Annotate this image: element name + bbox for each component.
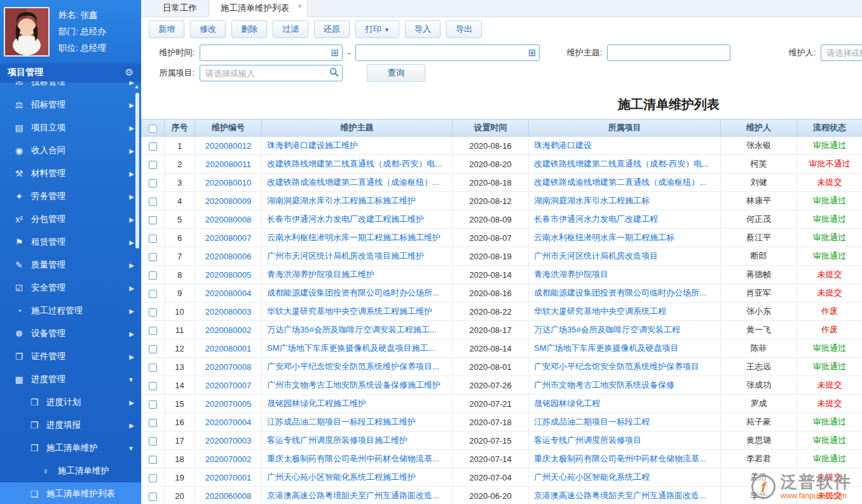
project-link[interactable]: 改建铁路成渝线增建第二直通线（成渝枢纽）... bbox=[534, 177, 706, 187]
subject-link[interactable]: 成都能源建设集团投资有限公司临时办公场所... bbox=[267, 288, 439, 297]
project-link[interactable]: 云南水利枢纽潜明水库一期工程施工标 bbox=[534, 233, 674, 242]
sidebar-item-11[interactable]: ☸设备管理▶ bbox=[0, 322, 141, 345]
row-checkbox[interactable] bbox=[149, 456, 157, 464]
maintenance-time-start-input[interactable] bbox=[200, 44, 343, 61]
code-link[interactable]: 2020070001 bbox=[205, 473, 251, 482]
code-link[interactable]: 2020080003 bbox=[205, 307, 251, 317]
subject-link[interactable]: 晟铭园林绿化工程施工维护 bbox=[267, 398, 366, 408]
row-checkbox[interactable] bbox=[149, 327, 157, 335]
column-header[interactable]: 维护人 bbox=[721, 119, 797, 137]
project-link[interactable]: 晟铭园林绿化工程 bbox=[534, 398, 600, 408]
row-checkbox[interactable] bbox=[149, 437, 157, 446]
subject-link[interactable]: 云南水利枢纽潜明水库一期工程施工标施工维护 bbox=[267, 233, 441, 242]
code-link[interactable]: 2020070005 bbox=[205, 399, 251, 409]
sidebar-item-15[interactable]: ❒进度填报▶ bbox=[0, 414, 141, 437]
subject-link[interactable]: 广安邓小平纪念馆安全防范系统维护保养项目... bbox=[267, 362, 439, 371]
row-checkbox[interactable] bbox=[149, 235, 157, 243]
toolbar-button-打印[interactable]: 打印▼ bbox=[355, 20, 399, 38]
toolbar-button-导入[interactable]: 导入 bbox=[405, 20, 441, 38]
project-link[interactable]: 广安邓小平纪念馆安全防范系统维护保养项目 bbox=[534, 362, 699, 371]
subject-link[interactable]: 京港澳高速公路粤境韶关至广州互通路面改造... bbox=[267, 491, 439, 500]
project-link[interactable]: 长春市伊通河水力发电厂改建工程 bbox=[534, 214, 658, 224]
row-checkbox[interactable] bbox=[149, 345, 157, 353]
subject-link[interactable]: 广州市文物考古工地安防系统设备保修施工维护 bbox=[267, 380, 441, 390]
row-checkbox[interactable] bbox=[149, 271, 157, 280]
code-link[interactable]: 2020080011 bbox=[205, 160, 250, 169]
toolbar-button-导出[interactable]: 导出 bbox=[446, 20, 482, 38]
code-link[interactable]: 2020070004 bbox=[205, 418, 251, 427]
row-checkbox[interactable] bbox=[149, 290, 157, 298]
code-link[interactable]: 2020080010 bbox=[205, 178, 251, 187]
column-header[interactable]: 维护主题 bbox=[262, 119, 453, 137]
column-header[interactable]: 流程状态 bbox=[797, 119, 862, 137]
query-button[interactable]: 查询 bbox=[367, 64, 425, 82]
code-link[interactable]: 2020080004 bbox=[205, 289, 251, 298]
code-link[interactable]: 2020070002 bbox=[205, 454, 251, 464]
sidebar-item-7[interactable]: ⚑租赁管理▶ bbox=[0, 231, 141, 254]
code-link[interactable]: 2020080002 bbox=[205, 325, 251, 335]
sidebar-item-2[interactable]: ▤项目立项▶ bbox=[0, 116, 141, 139]
code-link[interactable]: 2020070003 bbox=[205, 436, 251, 446]
search-icon[interactable] bbox=[329, 67, 339, 79]
column-header[interactable]: 维护编号 bbox=[195, 119, 262, 137]
sidebar-scrollbar[interactable] bbox=[135, 93, 139, 249]
project-link[interactable]: 华软大厦研究基地中央空调系统工程 bbox=[534, 306, 666, 316]
row-checkbox[interactable] bbox=[149, 142, 157, 151]
maintenance-time-end-input[interactable] bbox=[355, 44, 540, 61]
subject-link[interactable]: 江苏成品油二期项目一标段工程施工维护 bbox=[267, 417, 416, 426]
code-link[interactable]: 2020070008 bbox=[205, 362, 251, 372]
code-link[interactable]: 2020080007 bbox=[205, 233, 251, 243]
sidebar-item-4[interactable]: ⚒材料管理▶ bbox=[0, 162, 141, 185]
subject-link[interactable]: 湖南洞庭湖水库引水工程施工标施工维护 bbox=[267, 196, 416, 205]
sidebar-item-9[interactable]: ☑安全管理▶ bbox=[0, 276, 141, 299]
project-link[interactable]: 湖南洞庭湖水库引水工程施工标 bbox=[534, 196, 650, 205]
select-all-checkbox[interactable] bbox=[149, 125, 157, 133]
toolbar-button-删除[interactable]: 删除 bbox=[231, 20, 267, 38]
code-link[interactable]: 2020060008 bbox=[205, 491, 251, 501]
sidebar-item-10[interactable]: ◔施工过程管理▶ bbox=[0, 299, 141, 322]
sidebar-scroll-up-icon[interactable]: ▲ bbox=[133, 84, 140, 90]
sidebar-item-6[interactable]: x²分包管理▶ bbox=[0, 208, 141, 231]
maintenance-subject-input[interactable] bbox=[607, 44, 730, 61]
subject-link[interactable]: 改建铁路成渝线增建第二直通线（成渝枢纽）... bbox=[267, 177, 439, 187]
project-link[interactable]: 万达广场35#会所及咖啡厅空调安装工程 bbox=[534, 325, 680, 334]
column-header[interactable]: 所属项目 bbox=[529, 119, 721, 137]
subject-link[interactable]: 广州市天河区统计局机房改造项目施工维护 bbox=[267, 251, 424, 261]
subject-link[interactable]: 广州天心苑小区智能化系统工程施工维护 bbox=[267, 472, 416, 482]
code-link[interactable]: 2020080005 bbox=[205, 270, 251, 280]
project-link[interactable]: 成都能源建设集团投资有限公司临时办公场所... bbox=[534, 288, 706, 297]
row-checkbox[interactable] bbox=[149, 400, 157, 409]
subject-link[interactable]: 华软大厦研究基地中央空调系统工程施工维护 bbox=[267, 306, 432, 316]
subject-link[interactable]: 重庆太极制药有限公司亳州中药材仓储物流基... bbox=[267, 454, 439, 463]
tab-1[interactable]: 施工清单维护列表× bbox=[209, 0, 308, 17]
sidebar-item-1[interactable]: ⚖招标管理▶ bbox=[0, 93, 141, 116]
row-checkbox[interactable] bbox=[149, 253, 157, 261]
calendar-icon[interactable]: ⊞ bbox=[528, 47, 537, 58]
sidebar-item-8[interactable]: ✎质量管理▶ bbox=[0, 254, 141, 276]
code-link[interactable]: 2020080008 bbox=[205, 215, 251, 224]
project-link[interactable]: 改建铁路线增建第二线直通线（成都-西安）电... bbox=[534, 159, 709, 168]
column-header[interactable]: 设置时间 bbox=[453, 119, 529, 137]
project-input[interactable] bbox=[200, 65, 343, 81]
project-link[interactable]: 广州市天河区统计局机房改造项目 bbox=[534, 251, 658, 261]
row-checkbox[interactable] bbox=[149, 198, 157, 206]
toolbar-button-还原[interactable]: 还原 bbox=[314, 20, 350, 38]
sidebar-item-17[interactable]: ♀施工清单维护 bbox=[0, 460, 141, 482]
project-link[interactable]: 珠海鹤港口建设 bbox=[534, 140, 592, 150]
code-link[interactable]: 2020070007 bbox=[205, 381, 251, 390]
subject-link[interactable]: 客运专线广州调度所装修项目施工维护 bbox=[267, 435, 407, 445]
row-checkbox[interactable] bbox=[149, 364, 157, 372]
code-link[interactable]: 2020080012 bbox=[205, 141, 251, 151]
subject-link[interactable]: 青海洪湖养护院项目施工维护 bbox=[267, 269, 374, 279]
tab-0[interactable]: 日常工作 bbox=[151, 0, 209, 17]
project-link[interactable]: 广州天心苑小区智能化系统工程 bbox=[534, 472, 650, 482]
project-link[interactable]: 重庆太极制药有限公司亳州中药材仓储物流基... bbox=[534, 454, 706, 463]
subject-link[interactable]: 万达广场35#会所及咖啡厅空调安装工程施工... bbox=[267, 325, 437, 334]
row-checkbox[interactable] bbox=[149, 308, 157, 317]
project-link[interactable]: 客运专线广州调度所装修项目 bbox=[534, 435, 641, 445]
sidebar-item-14[interactable]: ❒进度计划▶ bbox=[0, 391, 141, 414]
sidebar-item-3[interactable]: ◉收入合同▶ bbox=[0, 139, 141, 162]
subject-link[interactable]: 长春市伊通河水力发电厂改建工程施工维护 bbox=[267, 214, 424, 224]
code-link[interactable]: 2020080009 bbox=[205, 196, 251, 206]
gear-icon[interactable]: ⚙ bbox=[125, 67, 133, 78]
